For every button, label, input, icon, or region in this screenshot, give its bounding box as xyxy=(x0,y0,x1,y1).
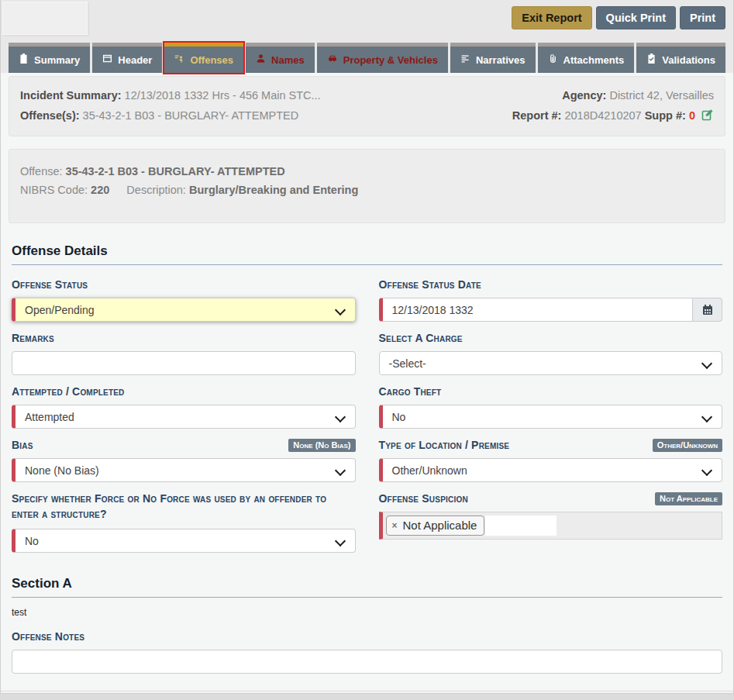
offense-value: 35-43-2-1 B03 - BURGLARY- ATTEMPTED xyxy=(66,165,285,178)
agency-value: District 42, Versailles xyxy=(609,89,714,102)
attempted-completed-label: Attempted / Completed xyxy=(12,384,125,399)
section-a-divider xyxy=(12,597,722,598)
offense-status-date-value: 12/13/2018 1332 xyxy=(392,304,474,316)
location-premise-value: Other/Unknown xyxy=(392,464,467,477)
tab-names[interactable]: Names xyxy=(246,43,315,73)
offense-suspicion-field: Offense Suspicion Not Applicable × Not A… xyxy=(379,491,723,540)
tab-header[interactable]: Header xyxy=(92,43,162,73)
form-footer: Go Back Update xyxy=(1,691,733,694)
tab-label: Property & Vehicles xyxy=(343,54,438,66)
offense-label: Offense: xyxy=(20,165,63,178)
offense-details-title: Offense Details xyxy=(12,243,722,259)
quick-print-button[interactable]: Quick Print xyxy=(596,6,676,29)
empty-panel xyxy=(2,2,88,35)
supp-number-label: Supp #: xyxy=(645,109,686,122)
cargo-theft-value: No xyxy=(392,411,406,423)
section-divider xyxy=(12,264,722,265)
cargo-theft-field: Cargo Theft No xyxy=(379,384,723,429)
offense-status-date-input[interactable]: 12/13/2018 1332 xyxy=(379,298,694,322)
offense-status-date-label: Offense Status Date xyxy=(379,277,481,292)
car-icon xyxy=(327,53,338,66)
offense-info-box: Offense: 35-43-2-1 B03 - BURGLARY- ATTEM… xyxy=(9,149,725,223)
cargo-theft-select[interactable]: No xyxy=(379,405,723,429)
offense-status-select[interactable]: Open/Pending xyxy=(12,298,356,322)
offense-suspicion-label: Offense Suspicion xyxy=(379,491,468,506)
force-question-label: Specify whether Force or No Force was us… xyxy=(12,491,353,522)
top-button-group: Exit Report Quick Print Print xyxy=(512,6,725,29)
offense-status-date-field: Offense Status Date 12/13/2018 1332 xyxy=(379,277,723,322)
offense-notes-label: Offense Notes xyxy=(12,629,84,644)
description-value: Burglary/Breaking and Entering xyxy=(189,184,358,196)
section-a-note: test xyxy=(12,607,722,618)
window-icon xyxy=(102,53,112,66)
offense-notes-input[interactable] xyxy=(12,650,722,674)
attempted-completed-select[interactable]: Attempted xyxy=(12,405,356,429)
select-a-charge-select[interactable]: -Select- xyxy=(379,351,723,375)
tab-summary[interactable]: Summary xyxy=(9,43,90,73)
tab-validations[interactable]: Validations xyxy=(636,43,725,73)
offense-status-field: Offense Status Open/Pending xyxy=(12,277,356,322)
offense-suspicion-chip: × Not Applicable xyxy=(386,516,485,536)
multiselect-input-area[interactable] xyxy=(485,516,557,536)
nibrs-line: NIBRS Code: 220 Description: Burglary/Br… xyxy=(20,181,714,199)
remarks-field: Remarks xyxy=(12,330,356,375)
calendar-icon[interactable] xyxy=(693,298,722,322)
chip-label: Not Applicable xyxy=(403,519,477,532)
nibrs-code-label: NIBRS Code: xyxy=(20,184,88,196)
offense-notes-field: Offense Notes xyxy=(12,629,722,674)
tab-narratives[interactable]: Narratives xyxy=(450,43,536,73)
tab-label: Narratives xyxy=(476,54,526,66)
section-a-title: Section A xyxy=(12,576,722,591)
offense-suspicion-badge: Not Applicable xyxy=(655,492,722,505)
location-premise-label: Type of Location / Premise xyxy=(379,437,510,453)
location-premise-select[interactable]: Other/Unknown xyxy=(379,458,723,482)
incident-summary-line: Incident Summary: 12/13/2018 1332 Hrs - … xyxy=(20,87,321,104)
supp-number-value: 0 xyxy=(689,109,695,122)
remarks-input[interactable] xyxy=(12,351,356,375)
offense-runner-icon xyxy=(174,53,184,66)
remarks-label: Remarks xyxy=(12,330,54,346)
incident-summary-box: Incident Summary: 12/13/2018 1332 Hrs - … xyxy=(9,76,725,136)
report-number-line: Report #: 2018D4210207 Supp #: 0 xyxy=(512,107,714,126)
exit-report-button[interactable]: Exit Report xyxy=(512,6,591,29)
offense-suspicion-multiselect[interactable]: × Not Applicable xyxy=(379,512,723,540)
description-label: Description: xyxy=(126,184,186,196)
offense-status-label: Offense Status xyxy=(12,277,88,292)
incident-summary-value: 12/13/2018 1332 Hrs - 456 Main STC... xyxy=(125,89,321,102)
print-button[interactable]: Print xyxy=(680,6,725,29)
bias-status-badge: None (No Bias) xyxy=(288,439,355,452)
offenses-value: 35-43-2-1 B03 - BURGLARY- ATTEMPTED xyxy=(83,109,299,122)
bias-label: Bias xyxy=(12,437,33,453)
report-tab-bar: Summary Header Offenses Names Property &… xyxy=(1,43,733,73)
agency-line: Agency: District 42, Versailles xyxy=(562,87,714,104)
cargo-theft-label: Cargo Theft xyxy=(379,384,442,399)
offense-report-page: Exit Report Quick Print Print Summary He… xyxy=(0,0,734,694)
bias-select[interactable]: None (No Bias) xyxy=(12,458,356,482)
tab-attachments[interactable]: Attachments xyxy=(538,43,635,73)
report-number-value: 2018D4210207 xyxy=(564,109,641,122)
chip-remove-icon[interactable]: × xyxy=(392,520,398,531)
edit-supp-icon[interactable] xyxy=(701,109,714,126)
tab-label: Summary xyxy=(34,54,80,66)
nibrs-code-value: 220 xyxy=(91,184,109,196)
force-question-value: No xyxy=(25,535,39,547)
person-icon xyxy=(256,53,266,66)
tab-property-vehicles[interactable]: Property & Vehicles xyxy=(317,43,448,73)
force-question-select[interactable]: No xyxy=(12,529,356,553)
check-clipboard-icon xyxy=(646,53,656,66)
select-a-charge-value: -Select- xyxy=(389,357,426,370)
attempted-completed-value: Attempted xyxy=(25,411,74,423)
offense-details-form: Offense Details Offense Status Open/Pend… xyxy=(1,243,733,674)
bias-value: None (No Bias) xyxy=(25,464,99,477)
select-a-charge-field: Select A Charge -Select- xyxy=(379,330,723,375)
tab-label: Attachments xyxy=(563,54,625,66)
tab-label: Header xyxy=(118,54,152,66)
tab-offenses[interactable]: Offenses xyxy=(164,43,243,73)
agency-label: Agency: xyxy=(562,89,606,102)
select-a-charge-label: Select A Charge xyxy=(379,330,463,346)
offenses-line: Offense(s): 35-43-2-1 B03 - BURGLARY- AT… xyxy=(20,107,298,126)
tab-label: Validations xyxy=(662,54,715,66)
text-lines-icon xyxy=(460,53,470,66)
tab-label: Offenses xyxy=(190,54,233,66)
offenses-label: Offense(s): xyxy=(20,109,80,122)
